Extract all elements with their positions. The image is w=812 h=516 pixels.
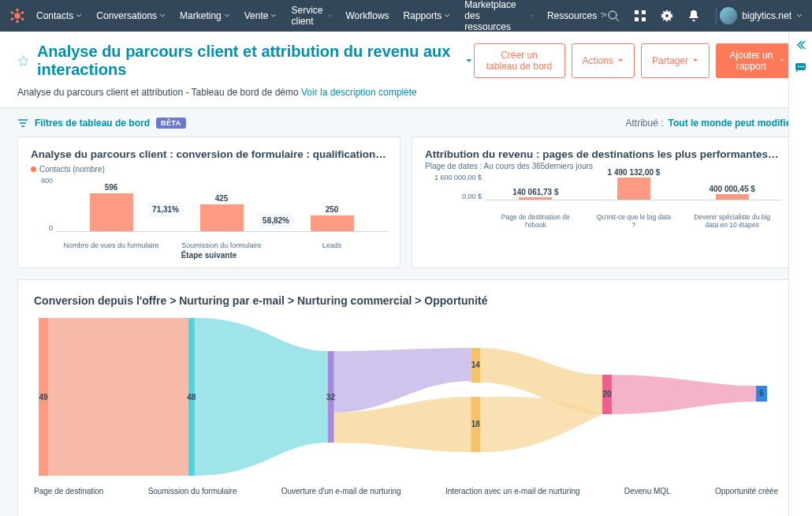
share-button[interactable]: Partager <box>641 43 710 78</box>
marketplace-icon[interactable] <box>634 9 646 22</box>
chevron-down-icon <box>796 13 803 19</box>
svg-text:20: 20 <box>602 390 612 398</box>
revenue-chart-card[interactable]: Attribution du revenu : pages de destina… <box>412 136 795 268</box>
see-full-description-link[interactable]: Voir la description complète <box>301 87 417 98</box>
svg-text:5: 5 <box>759 389 764 398</box>
svg-text:14: 14 <box>471 361 481 369</box>
funnel-x-title: Étape suivante <box>31 251 387 260</box>
sankey-card[interactable]: Conversion depuis l'offre > Nurturing pa… <box>17 279 795 516</box>
search-icon[interactable] <box>607 9 620 22</box>
beta-badge: BÊTA <box>156 118 186 129</box>
svg-point-0 <box>15 13 20 19</box>
star-icon[interactable] <box>17 54 29 68</box>
top-nav: Contacts Conversations Marketing Vente S… <box>0 0 812 32</box>
sankey-stage-label: Page de destination <box>34 487 103 495</box>
svg-point-28 <box>800 66 802 68</box>
svg-rect-9 <box>642 10 646 14</box>
svg-point-7 <box>609 11 616 19</box>
comments-icon[interactable] <box>795 62 807 74</box>
svg-text:49: 49 <box>39 393 48 402</box>
assigned-value-link[interactable]: Tout le monde peut modifier <box>669 118 795 129</box>
svg-point-27 <box>798 66 799 68</box>
actions-button[interactable]: Actions <box>572 43 635 78</box>
nav-marketing[interactable]: Marketing <box>180 10 230 21</box>
funnel-legend: Contacts (nombre) <box>31 165 387 174</box>
nav-conversations[interactable]: Conversations <box>96 10 166 21</box>
svg-rect-10 <box>635 17 639 21</box>
collapse-rail-icon[interactable] <box>795 39 806 50</box>
nav-links: Contacts Conversations Marketing Vente S… <box>36 0 607 32</box>
revenue-chart-title: Attribution du revenu : pages de destina… <box>425 148 781 160</box>
account-menu[interactable]: biglytics.net <box>720 7 803 24</box>
funnel-plot: 59671,31%42558,82%250 <box>56 177 387 232</box>
nav-workflows[interactable]: Workflows <box>345 10 389 21</box>
gear-icon[interactable] <box>661 9 673 22</box>
dashboard-filters-toggle[interactable]: Filtres de tableau de bord BÊTA <box>17 118 186 129</box>
svg-point-5 <box>11 18 13 21</box>
page-title[interactable]: Analyse du parcours client et attributio… <box>37 43 456 79</box>
nav-utility-icons <box>607 9 700 22</box>
page-header: Analyse du parcours client et attributio… <box>0 32 812 108</box>
sankey-stage-label: Ouverture d'un e-mail de nurturing <box>281 487 401 495</box>
title-dropdown-icon[interactable] <box>464 55 474 66</box>
svg-rect-8 <box>635 10 639 14</box>
bell-icon[interactable] <box>687 9 700 22</box>
nav-service[interactable]: Service client <box>291 5 331 27</box>
filter-bar: Filtres de tableau de bord BÊTA Attribué… <box>0 108 812 136</box>
nav-marketplace[interactable]: Marketplace des ressources <box>464 0 533 32</box>
sankey-plot: 49 48 32 14 18 20 5 <box>34 318 778 484</box>
sankey-stage-label: Soumission du formulaire <box>148 487 237 495</box>
create-dashboard-button[interactable]: Créer un tableau de bord <box>474 43 565 78</box>
svg-text:48: 48 <box>187 393 196 402</box>
svg-rect-11 <box>642 17 646 21</box>
svg-point-29 <box>803 66 804 68</box>
sankey-stage-label: Devenu MQL <box>624 487 671 495</box>
dashboard-description: Analyse du parcours client et attributio… <box>17 87 795 98</box>
funnel-chart-card[interactable]: Analyse du parcours client : conversion … <box>17 136 400 268</box>
right-rail <box>788 32 812 516</box>
svg-point-2 <box>21 11 24 13</box>
svg-point-6 <box>11 11 13 13</box>
revenue-plot: 140 061,73 $1 490 132,00 $400 000,45 $ <box>486 174 781 200</box>
filter-icon <box>17 118 28 129</box>
nav-contacts[interactable]: Contacts <box>36 10 82 21</box>
nav-vente[interactable]: Vente <box>244 10 277 21</box>
account-name: biglytics.net <box>742 10 792 21</box>
svg-point-3 <box>21 18 24 21</box>
avatar <box>720 7 737 24</box>
sankey-title: Conversion depuis l'offre > Nurturing pa… <box>34 294 778 307</box>
sankey-stage-label: Opportunité créée <box>715 487 778 495</box>
add-report-button[interactable]: Ajouter un rapport <box>716 43 795 78</box>
funnel-chart-title: Analyse du parcours client : conversion … <box>31 148 387 160</box>
assigned-label: Attribué : <box>626 118 664 129</box>
hubspot-logo-icon[interactable] <box>9 8 25 24</box>
sankey-stage-label: Interaction avec un e-mail de nurturing <box>445 487 580 495</box>
svg-text:18: 18 <box>471 420 481 428</box>
nav-ressources[interactable]: Ressources <box>547 10 607 21</box>
nav-rapports[interactable]: Rapports <box>404 10 451 21</box>
svg-text:32: 32 <box>326 393 336 402</box>
